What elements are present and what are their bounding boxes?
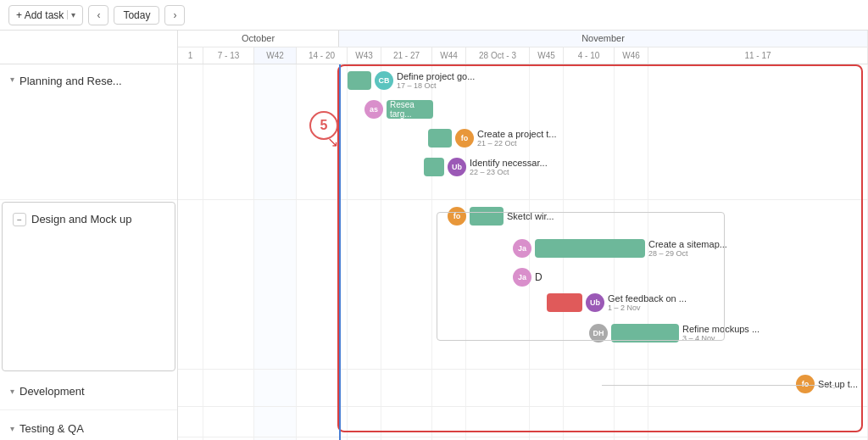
month-november: November (339, 31, 868, 47)
week-1: 1 (178, 47, 203, 64)
task-identify-info: Identify necessar... 22 – 23 Oct (470, 158, 548, 176)
toolbar: + Add task ▾ ‹ Today › (0, 0, 868, 31)
month-row: October November (178, 31, 868, 47)
group-label-dev: Development (19, 385, 85, 398)
dev-section: → fo Set up t... (178, 370, 868, 407)
week-14-20: 14 - 20 (297, 47, 348, 64)
week-w46: W46 (615, 47, 648, 64)
group-list: ▾ Planning and Rese... − Design and Mock… (0, 64, 177, 440)
avatar-ja: Ja (513, 239, 531, 258)
next-button[interactable]: › (164, 5, 185, 25)
avatar-fo: fo (455, 129, 474, 148)
week-21-27: 21 - 27 (381, 47, 432, 64)
group-label-testing: Testing & QA (19, 422, 84, 435)
avatar-as: as (364, 100, 383, 119)
design-section: fo Sketcl wir... Ja Create a sitemap... … (178, 200, 868, 370)
group-label-design: Design and Mock up (31, 213, 132, 226)
prev-button[interactable]: ‹ (88, 5, 108, 25)
avatar-fo2: fo (448, 207, 466, 226)
week-28-3: 28 Oct - 3 (466, 47, 530, 64)
chevron-right-icon: ▾ (10, 387, 14, 396)
left-header (0, 31, 177, 64)
task-d[interactable]: Ja D (513, 268, 542, 287)
avatar-fo3: fo (796, 375, 815, 393)
task-define-project[interactable]: CB Define project go... 17 – 18 Oct (348, 71, 475, 90)
avatar-ja2: Ja (513, 268, 531, 287)
task-sitemap-info: Create a sitemap... 28 – 29 Oct (648, 239, 727, 258)
week-11-17: 11 - 17 (648, 47, 868, 64)
today-button[interactable]: Today (114, 6, 159, 25)
avatar-ub: Ub (448, 158, 466, 176)
gantt-area: October November 1 7 - 13 W42 14 - 20 W4… (178, 31, 868, 440)
task-refine-info: Refine mockups ... 3 – 4 Nov (682, 324, 760, 343)
gantt-body: 5 ↘ CB Define project go... 17 – 18 Oct … (178, 64, 868, 440)
week-row: 1 7 - 13 W42 14 - 20 W43 21 - 27 W44 28 … (178, 47, 868, 64)
chevron-right-icon-2: ▾ (10, 424, 14, 433)
task-setup-info: Set up t... (818, 379, 858, 389)
group-row-planning[interactable]: ▾ Planning and Rese... (0, 64, 177, 200)
task-create-info: Create a project t... 21 – 22 Oct (477, 129, 557, 148)
add-task-button[interactable]: + Add task ▾ (8, 5, 83, 25)
task-sitemap[interactable]: Ja Create a sitemap... 28 – 29 Oct (513, 239, 727, 258)
month-october: October (178, 31, 339, 47)
group-row-design[interactable]: − Design and Mock up (2, 202, 175, 371)
week-w45: W45 (530, 47, 564, 64)
week-w44: W44 (432, 47, 466, 64)
week-7-13: 7 - 13 (203, 47, 254, 64)
today-line (339, 64, 341, 440)
task-sketch-bar (470, 207, 504, 226)
task-feedback-info: Get feedback on ... 1 – 2 Nov (608, 293, 687, 312)
left-panel: ▾ Planning and Rese... − Design and Mock… (0, 31, 178, 440)
group-row-dev[interactable]: ▾ Development (0, 373, 177, 410)
add-task-label: + Add task (16, 9, 64, 21)
group-label-planning: Planning and Rese... (19, 75, 122, 87)
task-sketch[interactable]: fo Sketcl wir... (448, 207, 554, 226)
main-container: ▾ Planning and Rese... − Design and Mock… (0, 31, 868, 440)
week-w42: W42 (254, 47, 297, 64)
task-sketch-info: Sketcl wir... (507, 211, 554, 221)
group-row-testing[interactable]: ▾ Testing & QA (0, 410, 177, 440)
gantt-header: October November 1 7 - 13 W42 14 - 20 W4… (178, 31, 868, 64)
chevron-down-icon: ▾ (10, 75, 14, 84)
task-refine[interactable]: DH Refine mockups ... 3 – 4 Nov (589, 324, 760, 343)
avatar-dh: DH (589, 324, 608, 343)
task-define-info: Define project go... 17 – 18 Oct (397, 71, 475, 90)
task-d-label: D (535, 271, 542, 283)
set-up-label: Set up t... (818, 379, 858, 389)
week-4-10: 4 - 10 (564, 47, 615, 64)
design-toggle[interactable]: − (13, 213, 26, 226)
dev-arrow-line (602, 385, 834, 386)
task-sitemap-bar (535, 239, 645, 258)
testing-section (178, 407, 868, 437)
task-refine-bar (611, 324, 679, 343)
dropdown-arrow-icon[interactable]: ▾ (67, 10, 75, 19)
planning-section: 5 ↘ CB Define project go... 17 – 18 Oct … (178, 64, 868, 200)
avatar-ub2: Ub (586, 293, 604, 312)
task-identify[interactable]: Ub Identify necessar... 22 – 23 Oct (424, 158, 548, 176)
task-research-bar: Resea targ... (387, 100, 433, 119)
avatar-cb: CB (375, 71, 393, 90)
task-feedback[interactable]: Ub Get feedback on ... 1 – 2 Nov (547, 293, 687, 312)
arrow-indicator: ↘ (327, 134, 338, 150)
task-setup[interactable]: fo Set up t... (796, 375, 858, 393)
week-w43: W43 (348, 47, 381, 64)
task-research[interactable]: as Resea targ... (364, 100, 433, 119)
task-create-project[interactable]: fo Create a project t... 21 – 22 Oct (428, 129, 557, 148)
